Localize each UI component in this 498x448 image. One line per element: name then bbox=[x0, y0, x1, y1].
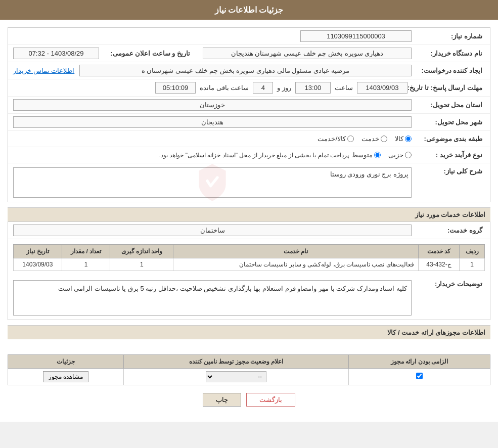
response-remaining-label: ساعت باقی مانده bbox=[200, 84, 249, 92]
province-label: استان محل تحویل: bbox=[412, 101, 482, 109]
buyer-notes-row: توضیحات خریدار: کلیه اسناد ومدارک شرکت ب… bbox=[8, 276, 490, 320]
license-section-title: اطلاعات مجوزهای ارائه خدمت / کالا bbox=[8, 325, 490, 339]
description-value: پروژه برج نوری ورودی روستا bbox=[330, 170, 409, 178]
requester-row: ایجاد کننده درخواست: مرضیه عبادی مسئول م… bbox=[8, 62, 490, 79]
row-code: ج-432-43 bbox=[418, 258, 459, 271]
category-option-khadamat[interactable]: خدمت bbox=[361, 135, 387, 143]
announcement-date-value: 1403/08/29 - 07:32 bbox=[13, 48, 99, 59]
page-title: جزئیات اطلاعات نیاز bbox=[0, 0, 498, 20]
category-option-both[interactable]: کالا/خدمت bbox=[318, 135, 354, 143]
city-value: هندیجان bbox=[13, 116, 412, 128]
response-date: 1403/09/03 bbox=[357, 82, 408, 94]
announcement-date-label: تاریخ و ساعت اعلان عمومی: bbox=[99, 50, 190, 57]
services-section-title: اطلاعات خدمات مورد نیاز bbox=[8, 207, 490, 221]
requester-link[interactable]: اطلاعات تماس خریدار bbox=[13, 67, 74, 74]
services-table-wrapper: ردیف کد خدمت نام خدمت واحد اندازه گیری ت… bbox=[8, 239, 490, 276]
watermark bbox=[192, 162, 233, 203]
buyer-notes-label: توضیحات خریدار: bbox=[412, 280, 482, 288]
response-time-label: ساعت bbox=[335, 84, 353, 92]
back-button[interactable]: بازگشت bbox=[246, 393, 295, 407]
description-label: شرح کلی نیاز: bbox=[412, 167, 482, 175]
response-deadline-row: مهلت ارسال پاسخ: تا تاریخ: 1403/09/03 سا… bbox=[8, 79, 490, 97]
purchase-type-row: نوع فرآیند خرید : جزیی متوسط پرداخت تمام… bbox=[8, 147, 490, 163]
license-details-cell: مشاهده مجوز bbox=[8, 369, 124, 385]
license-required-checkbox[interactable] bbox=[416, 373, 423, 379]
purchase-type-radio-group: جزیی متوسط bbox=[352, 151, 412, 159]
spacer bbox=[8, 339, 490, 349]
city-label: شهر محل تحویل: bbox=[412, 118, 482, 126]
category-radio-group: کالا خدمت کالا/خدمت bbox=[318, 135, 412, 143]
purchase-type-label: نوع فرآیند خرید : bbox=[412, 151, 482, 159]
category-label: طبقه بندی موضوعی: bbox=[412, 135, 482, 143]
col-code: کد خدمت bbox=[418, 245, 459, 258]
license-table: الزامی بودن ارائه مجوز اعلام وضعیت مجوز … bbox=[8, 354, 490, 385]
need-number-row: شماره نیاز: 1103099115000003 bbox=[8, 28, 490, 45]
service-group-value: ساختمان bbox=[13, 225, 412, 236]
need-number-label: شماره نیاز: bbox=[412, 32, 482, 40]
license-col-status: اعلام وضعیت مجوز توسط نامین کننده bbox=[123, 355, 349, 369]
main-info-section: شماره نیاز: 1103099115000003 نام دستگاه … bbox=[8, 27, 490, 202]
license-col-details: جزئیات bbox=[8, 355, 124, 369]
province-value: خوزستان bbox=[13, 99, 412, 111]
row-index: 1 bbox=[460, 258, 485, 271]
need-number-value: 1103099115000003 bbox=[300, 30, 412, 42]
col-name: نام خدمت bbox=[173, 245, 419, 258]
response-days-label: روز و bbox=[277, 84, 291, 92]
license-row: -- مشاهده مجوز bbox=[8, 369, 490, 385]
license-status-select[interactable]: -- bbox=[206, 371, 266, 382]
row-unit: 1 bbox=[110, 258, 173, 271]
description-box: پروژه برج نوری ورودی روستا bbox=[13, 167, 412, 198]
response-days: 4 bbox=[253, 82, 273, 94]
response-time: 13:00 bbox=[295, 82, 331, 94]
services-section: گروه خدمت: ساختمان ردیف کد خدمت نام خدمت… bbox=[8, 221, 490, 320]
service-group-label: گروه خدمت: bbox=[412, 227, 482, 234]
col-index: ردیف bbox=[460, 245, 485, 258]
row-quantity: 1 bbox=[62, 258, 110, 271]
province-row: استان محل تحویل: خوزستان bbox=[8, 97, 490, 114]
category-row: طبقه بندی موضوعی: کالا خدمت کالا/خدمت bbox=[8, 131, 490, 147]
description-row: شرح کلی نیاز: پروژه برج نوری ورودی روستا bbox=[8, 163, 490, 202]
print-button[interactable]: چاپ bbox=[203, 393, 241, 407]
purchase-type-motavasset[interactable]: متوسط bbox=[352, 151, 381, 159]
city-row: شهر محل تحویل: هندیجان bbox=[8, 114, 490, 131]
col-date: تاریخ نیاز bbox=[14, 245, 62, 258]
category-option-kala[interactable]: کالا bbox=[395, 135, 412, 143]
response-remaining: 05:10:09 bbox=[155, 82, 196, 94]
buyer-org-row: نام دستگاه خریدار: دهیاری سویره بخش چم خ… bbox=[8, 45, 490, 62]
table-row: 1 ج-432-43 فعالیت‌های نصب تاسیسات برق، ل… bbox=[14, 258, 485, 271]
footer-buttons: بازگشت چاپ bbox=[8, 385, 490, 414]
view-license-button[interactable]: مشاهده مجوز bbox=[43, 371, 88, 382]
content-area: شماره نیاز: 1103099115000003 نام دستگاه … bbox=[0, 20, 498, 422]
buyer-notes-value: کلیه اسناد ومدارک شرکت با مهر وامضاو فرم… bbox=[13, 280, 412, 316]
requester-value: مرضیه عبادی مسئول مالی دهیاری سویره بخش … bbox=[79, 65, 412, 76]
service-group-row: گروه خدمت: ساختمان bbox=[8, 222, 490, 239]
response-deadline-label: مهلت ارسال پاسخ: تا تاریخ: bbox=[408, 84, 482, 92]
purchase-type-jozi[interactable]: جزیی bbox=[388, 151, 412, 159]
row-date: 1403/09/03 bbox=[14, 258, 62, 271]
col-unit: واحد اندازه گیری bbox=[110, 245, 173, 258]
requester-label: ایجاد کننده درخواست: bbox=[412, 67, 482, 74]
license-col-required: الزامی بودن ارائه مجوز bbox=[349, 355, 490, 369]
license-status-cell: -- bbox=[123, 369, 349, 385]
services-table: ردیف کد خدمت نام خدمت واحد اندازه گیری ت… bbox=[13, 244, 485, 271]
buyer-org-value: دهیاری سویره بخش چم خلف عیسی شهرستان هند… bbox=[203, 48, 412, 59]
buyer-org-label: نام دستگاه خریدار: bbox=[412, 50, 482, 57]
col-quantity: تعداد / مقدار bbox=[62, 245, 110, 258]
purchase-type-note: پرداخت تمام یا بخشی از مبلغ خریدار از مح… bbox=[13, 150, 352, 160]
page-container: جزئیات اطلاعات نیاز شماره نیاز: 11030991… bbox=[0, 0, 498, 422]
row-name: فعالیت‌های نصب تاسیسات برق، لوله‌کشی و س… bbox=[173, 258, 419, 271]
license-required-cell bbox=[349, 369, 490, 385]
